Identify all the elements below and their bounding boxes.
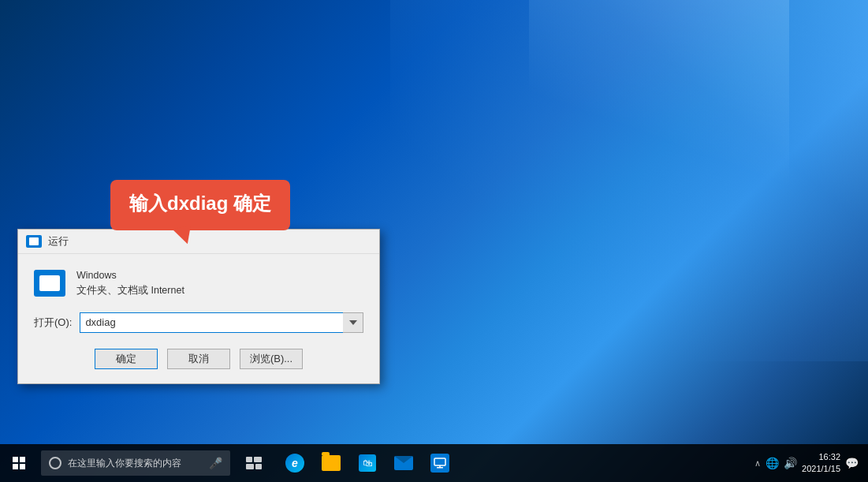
volume-icon[interactable]: 🔊 — [784, 457, 797, 469]
run-desc-line1: Windows — [76, 270, 117, 281]
search-text: 在这里输入你要搜索的内容 — [68, 457, 181, 470]
run-dialog-big-icon — [34, 270, 65, 297]
run-browse-button[interactable]: 浏览(B)... — [240, 349, 303, 369]
svg-rect-4 — [434, 458, 445, 465]
run-cancel-button[interactable]: 取消 — [167, 349, 230, 369]
run-open-row: 打开(O): — [34, 312, 363, 333]
network-icon[interactable]: 🌐 — [766, 457, 779, 469]
edge-icon: e — [285, 454, 304, 473]
taskbar-edge[interactable]: e — [278, 444, 312, 482]
run-input-container — [80, 312, 363, 333]
run-open-label: 打开(O): — [34, 316, 72, 330]
taskview-button[interactable] — [237, 444, 271, 482]
svg-rect-1 — [254, 457, 262, 462]
windows-logo-icon — [13, 457, 25, 469]
taskbar-remote[interactable] — [423, 444, 457, 482]
run-dialog-title-text: 运行 — [48, 234, 69, 248]
remote-icon — [430, 454, 449, 473]
run-buttons-row: 确定 取消 浏览(B)... — [34, 349, 363, 369]
run-dialog-title-icon — [26, 235, 42, 248]
taskbar-mail[interactable] — [386, 444, 421, 482]
run-ok-button[interactable]: 确定 — [95, 349, 158, 369]
svg-rect-5 — [437, 467, 443, 469]
taskbar-file-explorer[interactable] — [314, 444, 348, 482]
run-input[interactable] — [80, 312, 363, 333]
search-bar[interactable]: 在这里输入你要搜索的内容 🎤 — [41, 450, 230, 476]
taskbar-apps: e 🛍 — [278, 444, 457, 482]
system-tray: ∧ 🌐 🔊 16:32 2021/1/15 💬 — [754, 451, 868, 476]
run-desc-line2: 文件夹、文档或 Internet — [76, 285, 184, 296]
tooltip-text: 输入dxdiag 确定 — [129, 192, 271, 214]
mail-icon — [394, 456, 413, 470]
clock-time: 16:32 — [802, 451, 840, 463]
notification-icon[interactable]: 💬 — [845, 457, 859, 469]
run-dialog: 运行 Windows 文件夹、文档或 Internet 打开(O): — [17, 229, 380, 384]
tray-icons: ∧ — [754, 458, 761, 469]
taskbar-store[interactable]: 🛍 — [350, 444, 385, 482]
svg-rect-2 — [246, 464, 254, 469]
run-dialog-description: Windows 文件夹、文档或 Internet — [76, 268, 184, 298]
clock[interactable]: 16:32 2021/1/15 — [802, 451, 840, 476]
run-dialog-body: Windows 文件夹、文档或 Internet 打开(O): 确定 取消 — [18, 254, 379, 383]
tooltip-callout: 输入dxdiag 确定 — [110, 180, 290, 230]
store-icon: 🛍 — [359, 454, 376, 472]
folder-icon — [322, 455, 341, 471]
run-dialog-titlebar: 运行 — [18, 230, 379, 254]
desktop: 输入dxdiag 确定 运行 Windows 文件夹、文档或 Internet … — [0, 0, 868, 482]
search-icon — [49, 457, 61, 469]
mic-icon[interactable]: 🎤 — [209, 457, 222, 469]
clock-date: 2021/1/15 — [802, 463, 840, 475]
run-dropdown-btn[interactable] — [343, 312, 363, 333]
svg-rect-3 — [255, 464, 262, 469]
start-button[interactable] — [0, 444, 38, 482]
run-dialog-icon-row: Windows 文件夹、文档或 Internet — [34, 268, 363, 298]
taskbar: 在这里输入你要搜索的内容 🎤 e 🛍 — [0, 444, 868, 482]
svg-rect-0 — [246, 457, 252, 462]
